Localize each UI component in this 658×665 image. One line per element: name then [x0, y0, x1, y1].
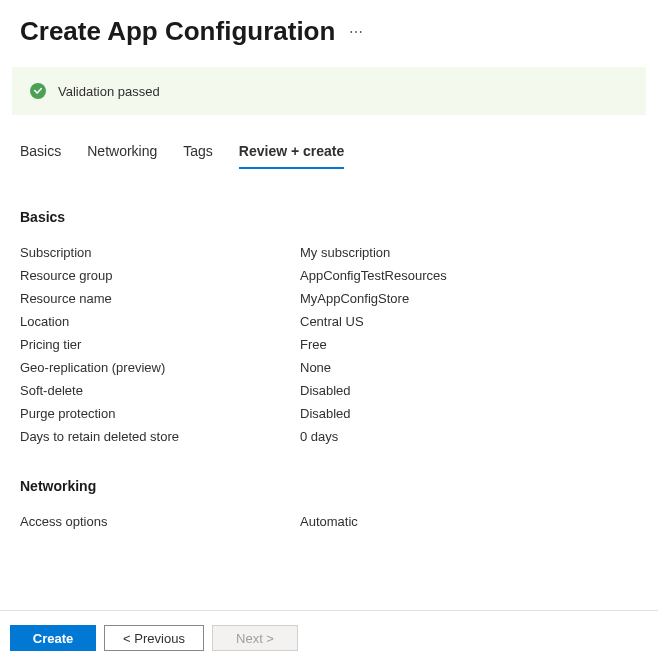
kv-key: Access options — [20, 514, 300, 529]
validation-message: Validation passed — [58, 84, 160, 99]
kv-key: Pricing tier — [20, 337, 300, 352]
kv-key: Resource group — [20, 268, 300, 283]
kv-val: 0 days — [300, 429, 338, 444]
tabs: Basics Networking Tags Review + create — [0, 115, 658, 169]
more-icon[interactable]: ⋯ — [349, 24, 364, 40]
kv-val: Central US — [300, 314, 364, 329]
kv-key: Geo-replication (preview) — [20, 360, 300, 375]
kv-key: Subscription — [20, 245, 300, 260]
tab-basics[interactable]: Basics — [20, 143, 61, 169]
section-heading-networking: Networking — [20, 478, 638, 494]
kv-val: None — [300, 360, 331, 375]
page-title: Create App Configuration — [20, 16, 335, 47]
tab-networking[interactable]: Networking — [87, 143, 157, 169]
validation-bar: Validation passed — [12, 67, 646, 115]
page-header: Create App Configuration ⋯ — [0, 0, 658, 57]
previous-button[interactable]: < Previous — [104, 625, 204, 651]
section-heading-basics: Basics — [20, 209, 638, 225]
kv-row: Location Central US — [20, 310, 638, 333]
kv-row: Subscription My subscription — [20, 241, 638, 264]
kv-val: Disabled — [300, 383, 351, 398]
check-circle-icon — [30, 83, 46, 99]
kv-key: Resource name — [20, 291, 300, 306]
kv-val: My subscription — [300, 245, 390, 260]
kv-key: Purge protection — [20, 406, 300, 421]
tab-review-create[interactable]: Review + create — [239, 143, 344, 169]
kv-row: Soft-delete Disabled — [20, 379, 638, 402]
kv-val: Free — [300, 337, 327, 352]
kv-row: Days to retain deleted store 0 days — [20, 425, 638, 448]
create-button[interactable]: Create — [10, 625, 96, 651]
kv-row: Purge protection Disabled — [20, 402, 638, 425]
kv-val: AppConfigTestResources — [300, 268, 447, 283]
kv-key: Soft-delete — [20, 383, 300, 398]
kv-row: Geo-replication (preview) None — [20, 356, 638, 379]
footer-actions: Create < Previous Next > — [0, 610, 658, 665]
review-content: Basics Subscription My subscription Reso… — [0, 169, 658, 533]
kv-row: Access options Automatic — [20, 510, 638, 533]
next-button: Next > — [212, 625, 298, 651]
kv-row: Resource name MyAppConfigStore — [20, 287, 638, 310]
kv-row: Pricing tier Free — [20, 333, 638, 356]
kv-val: Disabled — [300, 406, 351, 421]
kv-val: Automatic — [300, 514, 358, 529]
kv-key: Location — [20, 314, 300, 329]
kv-row: Resource group AppConfigTestResources — [20, 264, 638, 287]
tab-tags[interactable]: Tags — [183, 143, 213, 169]
kv-val: MyAppConfigStore — [300, 291, 409, 306]
kv-key: Days to retain deleted store — [20, 429, 300, 444]
